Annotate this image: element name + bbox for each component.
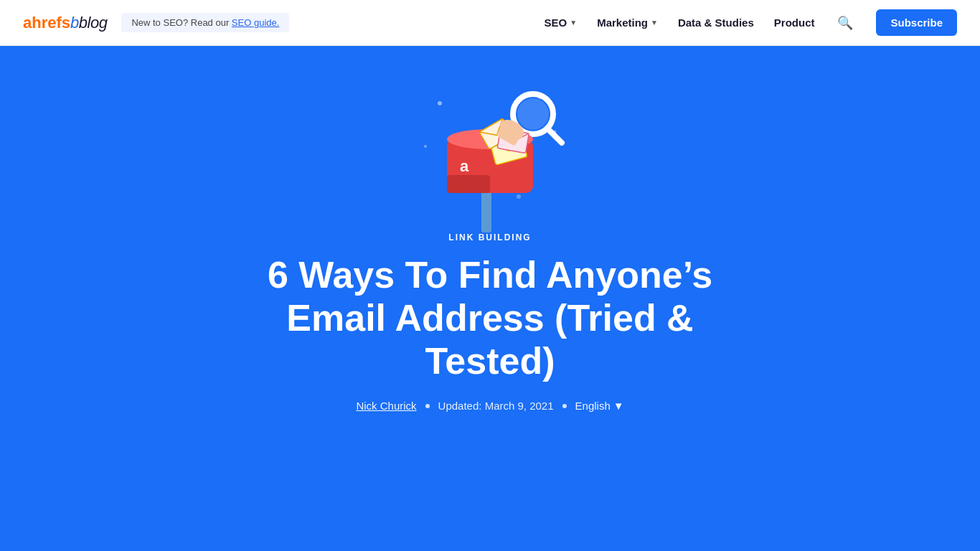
- header-banner: New to SEO? Read our SEO guide.: [121, 13, 289, 32]
- search-icon: 🔍: [837, 16, 853, 30]
- language-label: English: [575, 400, 611, 412]
- nav-seo-label: SEO: [545, 17, 567, 29]
- nav-data-studies-label: Data & Studies: [678, 17, 754, 29]
- svg-point-2: [424, 145, 427, 148]
- logo-ahrefs: ahrefs: [23, 15, 70, 31]
- seo-dropdown-arrow: ▼: [570, 19, 577, 27]
- marketing-dropdown-arrow: ▼: [651, 19, 658, 27]
- subscribe-button[interactable]: Subscribe: [876, 9, 957, 36]
- site-logo[interactable]: ahrefs bblog: [23, 15, 107, 31]
- search-button[interactable]: 🔍: [834, 12, 856, 34]
- main-nav: SEO ▼ Marketing ▼ Data & Studies Product…: [545, 9, 957, 36]
- nav-marketing-label: Marketing: [597, 17, 648, 29]
- nav-product-label: Product: [774, 17, 815, 29]
- nav-seo[interactable]: SEO ▼: [545, 17, 578, 29]
- meta-separator-1: [425, 404, 430, 408]
- logo-blog: bblog: [70, 15, 107, 31]
- header-left: ahrefs bblog New to SEO? Read our SEO gu…: [23, 13, 289, 32]
- author-link[interactable]: Nick Churick: [356, 400, 416, 412]
- nav-product[interactable]: Product: [774, 17, 815, 29]
- svg-point-4: [517, 194, 521, 199]
- svg-text:a: a: [460, 157, 469, 175]
- meta-separator-2: [562, 404, 567, 408]
- banner-text: New to SEO? Read our: [131, 17, 231, 28]
- article-meta: Nick Churick Updated: March 9, 2021 Engl…: [356, 400, 623, 412]
- site-header: ahrefs bblog New to SEO? Read our SEO gu…: [0, 0, 980, 46]
- hero-section: a LINK BUILDING: [0, 46, 980, 551]
- updated-date: Updated: March 9, 2021: [438, 400, 554, 412]
- lang-dropdown-arrow: ▼: [613, 400, 624, 412]
- svg-point-6: [517, 98, 549, 130]
- article-title: 6 Ways To Find Anyone’s Email Address (T…: [239, 254, 741, 382]
- seo-guide-link[interactable]: SEO guide.: [232, 17, 280, 28]
- article-category: LINK BUILDING: [448, 232, 531, 242]
- nav-marketing[interactable]: Marketing ▼: [597, 17, 658, 29]
- svg-rect-10: [447, 175, 490, 193]
- language-selector[interactable]: English ▼: [575, 400, 624, 412]
- nav-data-studies[interactable]: Data & Studies: [678, 17, 754, 29]
- svg-point-0: [438, 101, 442, 105]
- hero-illustration: a: [397, 75, 583, 232]
- logo-text: ahrefs bblog: [23, 15, 107, 31]
